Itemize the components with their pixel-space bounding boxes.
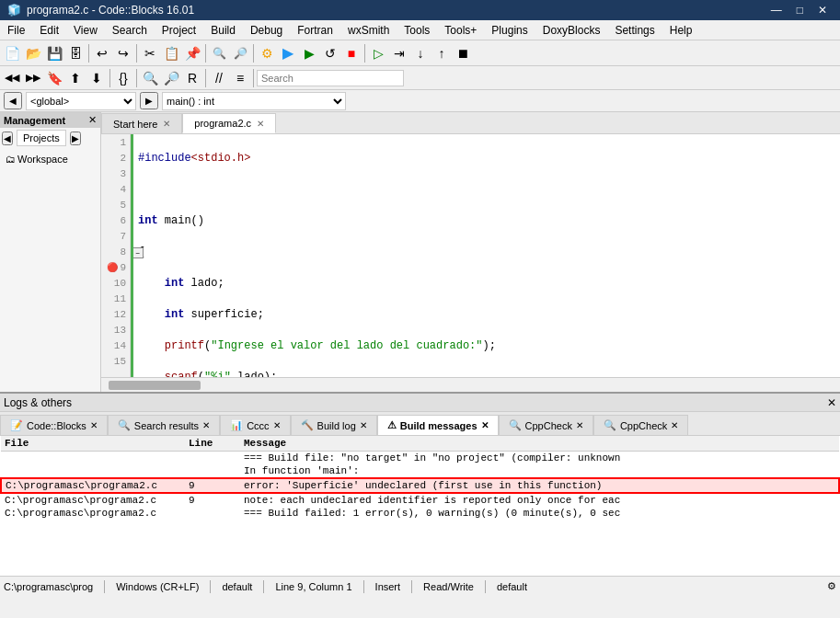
debug-next-button[interactable]: ↓ bbox=[410, 43, 431, 63]
bookmark-button[interactable]: 🔖 bbox=[44, 68, 64, 88]
menu-project[interactable]: Project bbox=[155, 22, 203, 39]
maximize-button[interactable]: □ bbox=[791, 2, 809, 18]
zoom-out-button[interactable]: 🔎 bbox=[161, 68, 181, 88]
menu-plugins[interactable]: Plugins bbox=[484, 22, 535, 39]
paste-button[interactable]: 📌 bbox=[182, 43, 202, 63]
minimize-button[interactable]: — bbox=[765, 2, 788, 18]
match-brace-button[interactable]: {} bbox=[113, 68, 133, 88]
menu-search[interactable]: Search bbox=[105, 22, 155, 39]
cppcheck2-tab-close[interactable]: ✕ bbox=[671, 420, 678, 430]
toggle-comment-button[interactable]: // bbox=[209, 68, 229, 88]
tab-programa2[interactable]: programa2.c ✕ bbox=[182, 113, 276, 133]
menu-build[interactable]: Build bbox=[203, 22, 243, 39]
menu-tools-plus[interactable]: Tools+ bbox=[437, 22, 484, 39]
table-row: C:\programasc\programa2.c === Build fail… bbox=[1, 507, 839, 520]
workspace-item[interactable]: 🗂 Workspace bbox=[4, 152, 97, 166]
tab-start-here-close[interactable]: ✕ bbox=[163, 119, 170, 129]
open-button[interactable]: 📂 bbox=[23, 43, 43, 63]
sidebar-prev-button[interactable]: ◀ bbox=[2, 132, 13, 145]
menu-view[interactable]: View bbox=[66, 22, 105, 39]
save-button[interactable]: 💾 bbox=[44, 43, 64, 63]
tab-start-here[interactable]: Start here ✕ bbox=[101, 113, 182, 133]
menu-wxsmith[interactable]: wxSmith bbox=[340, 22, 397, 39]
reset-zoom-button[interactable]: R bbox=[182, 68, 202, 88]
col-file-header: File bbox=[1, 436, 185, 452]
buildlog-tab-close[interactable]: ✕ bbox=[360, 420, 367, 430]
hscrollbar[interactable] bbox=[101, 377, 840, 392]
build-run-button[interactable]: ▶ bbox=[299, 43, 319, 63]
save-all-button[interactable]: 🗄 bbox=[65, 43, 86, 63]
sidebar-close-button[interactable]: ✕ bbox=[88, 114, 97, 126]
menu-edit[interactable]: Edit bbox=[32, 22, 66, 39]
sep2 bbox=[136, 44, 137, 63]
fold-button[interactable]: − bbox=[132, 247, 144, 258]
code-editor[interactable]: 1 2 3 4 5 6 7 8 🔴9 10 11 12 13 14 15 #in… bbox=[101, 134, 840, 377]
cppcheck1-tab-close[interactable]: ✕ bbox=[576, 420, 583, 430]
bottom-tab-cppcheck2[interactable]: 🔍 CppCheck ✕ bbox=[593, 415, 688, 435]
debug-step-button[interactable]: ⇥ bbox=[389, 43, 409, 63]
status-other: default bbox=[497, 581, 527, 592]
tab-programa2-close[interactable]: ✕ bbox=[257, 119, 264, 129]
run-button[interactable]: ▶ bbox=[278, 43, 298, 63]
bottom-tab-buildmsg[interactable]: ⚠ Build messages ✕ bbox=[377, 415, 499, 435]
table-row: In function 'main': bbox=[1, 464, 839, 478]
buildmsg-tab-close[interactable]: ✕ bbox=[481, 420, 489, 430]
search-tab-close[interactable]: ✕ bbox=[202, 420, 210, 430]
debug-out-button[interactable]: ↑ bbox=[432, 43, 452, 63]
bottom-tab-codeblocks[interactable]: 📝 Code::Blocks ✕ bbox=[0, 415, 108, 435]
close-button[interactable]: ✕ bbox=[812, 2, 833, 18]
copy-button[interactable]: 📋 bbox=[161, 43, 181, 63]
hscroll-thumb[interactable] bbox=[109, 381, 201, 390]
cut-button[interactable]: ✂ bbox=[140, 43, 160, 63]
search-tab-icon: 🔍 bbox=[118, 419, 131, 431]
code-content[interactable]: #include<stdio.h> int main() {− int lado… bbox=[131, 134, 840, 377]
status-sep2 bbox=[210, 580, 211, 593]
debug-run-button[interactable]: ▷ bbox=[368, 43, 388, 63]
new-button[interactable]: 📄 bbox=[2, 43, 22, 63]
search-button[interactable]: 🔍 bbox=[209, 43, 229, 63]
bottom-tab-cccc[interactable]: 📊 Cccc ✕ bbox=[220, 415, 290, 435]
menu-debug[interactable]: Debug bbox=[243, 22, 290, 39]
codeblocks-tab-close[interactable]: ✕ bbox=[90, 420, 98, 430]
bottom-close-button[interactable]: ✕ bbox=[827, 396, 836, 409]
sep3 bbox=[205, 44, 206, 63]
loc-fwd-button[interactable]: ▶ bbox=[140, 92, 158, 109]
rebuild-button[interactable]: ↺ bbox=[320, 43, 340, 63]
bottom-tab-search[interactable]: 🔍 Search results ✕ bbox=[108, 415, 220, 435]
row2-file bbox=[1, 464, 185, 478]
loc-back-button[interactable]: ◀ bbox=[4, 92, 22, 109]
menu-help[interactable]: Help bbox=[662, 22, 700, 39]
function-select[interactable]: main() : int bbox=[162, 92, 346, 110]
code-line-4: {− bbox=[138, 245, 833, 260]
search-input[interactable] bbox=[257, 70, 404, 86]
global-scope-select[interactable]: <global> bbox=[26, 92, 136, 110]
status-icon: ⚙ bbox=[827, 580, 836, 592]
prev-bookmark-button[interactable]: ⬆ bbox=[65, 68, 86, 88]
auto-format-button[interactable]: ≡ bbox=[230, 68, 250, 88]
sep7 bbox=[136, 69, 137, 87]
nav-back-button[interactable]: ◀◀ bbox=[2, 68, 22, 88]
menu-settings[interactable]: Settings bbox=[607, 22, 662, 39]
build-button[interactable]: ⚙ bbox=[257, 43, 277, 63]
sidebar-next-button[interactable]: ▶ bbox=[70, 132, 81, 145]
codeblocks-tab-icon: 📝 bbox=[10, 419, 23, 431]
search-replace-button[interactable]: 🔎 bbox=[230, 43, 250, 63]
sidebar: Management ✕ ◀ Projects ▶ 🗂 Workspace bbox=[0, 112, 101, 392]
menu-doxyblocks[interactable]: DoxyBlocks bbox=[535, 22, 608, 39]
nav-fwd-button[interactable]: ▶▶ bbox=[23, 68, 43, 88]
menu-file[interactable]: File bbox=[0, 22, 32, 39]
stop-button[interactable]: ■ bbox=[341, 43, 362, 63]
cccc-tab-close[interactable]: ✕ bbox=[273, 420, 281, 430]
debug-stop-button[interactable]: ⏹ bbox=[453, 43, 473, 63]
bottom-tab-cppcheck1[interactable]: 🔍 CppCheck ✕ bbox=[499, 415, 593, 435]
zoom-in-button[interactable]: 🔍 bbox=[140, 68, 160, 88]
redo-button[interactable]: ↪ bbox=[113, 43, 133, 63]
menu-tools[interactable]: Tools bbox=[397, 22, 437, 39]
status-sep5 bbox=[411, 580, 412, 593]
undo-button[interactable]: ↩ bbox=[92, 43, 112, 63]
sidebar-tab-projects[interactable]: Projects bbox=[17, 130, 66, 146]
next-bookmark-button[interactable]: ⬇ bbox=[86, 68, 107, 88]
row5-file: C:\programasc\programa2.c bbox=[1, 507, 185, 520]
bottom-tab-buildlog[interactable]: 🔨 Build log ✕ bbox=[291, 415, 377, 435]
menu-fortran[interactable]: Fortran bbox=[290, 22, 340, 39]
